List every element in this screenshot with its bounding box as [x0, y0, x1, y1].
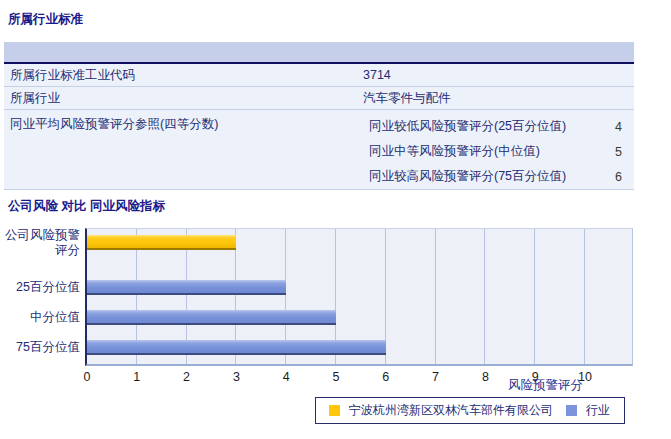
- subrow-value: 4: [615, 120, 634, 134]
- section-title-industry-standard: 所属行业标准: [8, 11, 83, 28]
- chart-bar: [87, 340, 386, 355]
- subrow-value: 6: [615, 170, 634, 184]
- x-tick-label: 2: [175, 370, 199, 384]
- y-axis-label: 中分位值: [0, 310, 80, 325]
- y-axis-label: 25百分位值: [0, 280, 80, 295]
- gridline: [584, 229, 585, 364]
- x-tick-label: 5: [324, 370, 348, 384]
- section-title-risk-comparison: 公司风险 对比 同业风险指标: [8, 198, 165, 215]
- y-axis-label: 75百分位值: [0, 340, 80, 355]
- row-value: 3714: [363, 68, 634, 82]
- subrow-value: 5: [615, 145, 634, 159]
- subrow-label: 同业中等风险预警评分(中位值): [363, 143, 540, 160]
- chart-legend: 宁波杭州湾新区双林汽车部件有限公司行业: [315, 397, 625, 424]
- table-row-peer-score-reference: 同业平均风险预警评分参照(四等分数) 同业较低风险预警评分(25百分位值) 4 …: [4, 110, 634, 190]
- legend-swatch: [329, 405, 340, 416]
- subrow-label: 同业较低风险预警评分(25百分位值): [363, 118, 566, 135]
- row-value: 汽车零件与配件: [363, 90, 634, 107]
- x-tick-label: 3: [224, 370, 248, 384]
- table-row-industry-code: 所属行业标准工业代码 3714: [4, 64, 634, 87]
- gridline: [484, 229, 485, 364]
- x-tick-label: 4: [274, 370, 298, 384]
- subrow-label: 同业较高风险预警评分(75百分位值): [363, 168, 566, 185]
- x-tick-label: 1: [125, 370, 149, 384]
- row-label: 同业平均风险预警评分参照(四等分数): [4, 110, 363, 133]
- industry-standard-table: 所属行业标准工业代码 3714 所属行业 汽车零件与配件 同业平均风险预警评分参…: [4, 42, 634, 190]
- gridline: [435, 229, 436, 364]
- subrow-25th-percentile: 同业较低风险预警评分(25百分位值) 4: [363, 114, 634, 139]
- peer-score-subrows: 同业较低风险预警评分(25百分位值) 4 同业中等风险预警评分(中位值) 5 同…: [363, 110, 634, 189]
- x-tick-label: 0: [75, 370, 99, 384]
- legend-label: 行业: [586, 402, 610, 419]
- chart-bar: [87, 310, 336, 325]
- y-axis-label: 公司风险预警 评分: [0, 228, 80, 258]
- subrow-median: 同业中等风险预警评分(中位值) 5: [363, 139, 634, 164]
- row-label: 所属行业标准工业代码: [4, 67, 363, 84]
- table-header-band: [4, 42, 634, 62]
- row-label: 所属行业: [4, 90, 363, 107]
- legend-swatch: [566, 405, 577, 416]
- subrow-75th-percentile: 同业较高风险预警评分(75百分位值) 6: [363, 164, 634, 189]
- chart-bar: [87, 280, 286, 295]
- gridline: [534, 229, 535, 364]
- chart-bar: [87, 235, 236, 250]
- risk-comparison-bar-chart: 公司风险预警 评分25百分位值中分位值75百分位值 012345678910 风…: [0, 220, 671, 439]
- x-tick-label: 6: [374, 370, 398, 384]
- x-axis-title: 风险预警评分: [443, 377, 583, 394]
- table-row-industry: 所属行业 汽车零件与配件: [4, 87, 634, 110]
- industry-risk-report: 所属行业标准 所属行业标准工业代码 3714 所属行业 汽车零件与配件 同业平均…: [0, 0, 671, 439]
- plot-area: [85, 228, 633, 366]
- legend-label: 宁波杭州湾新区双林汽车部件有限公司: [349, 402, 553, 419]
